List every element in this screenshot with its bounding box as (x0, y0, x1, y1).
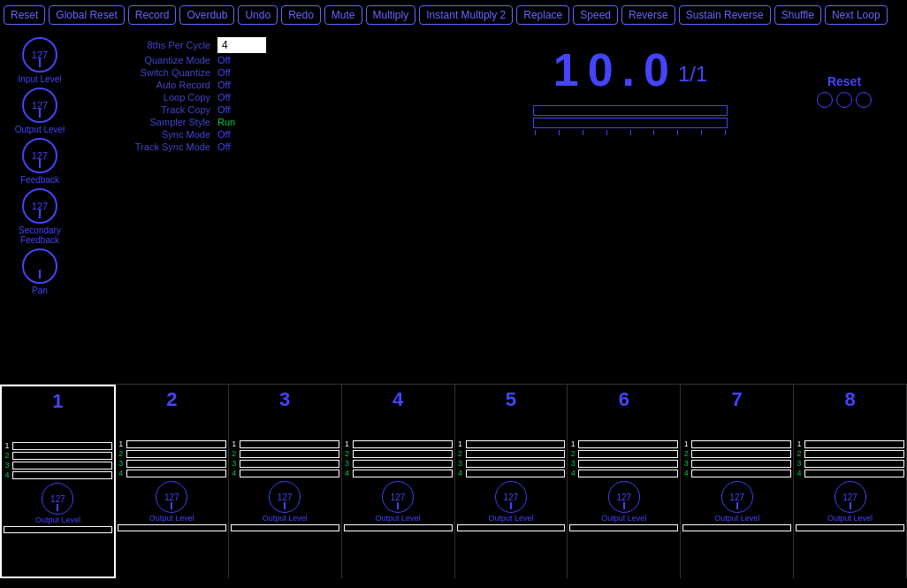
toolbar-btn-reverse[interactable]: Reverse (621, 5, 675, 25)
mini-num-6-3: 3 (569, 459, 576, 468)
track-mini-row-1-1: 1 (4, 441, 112, 450)
track-knob-area-8: 127Output Level (827, 481, 873, 523)
toolbar-btn-shuffle[interactable]: Shuffle (774, 5, 821, 25)
track-number-5: 5 (506, 388, 516, 411)
mini-num-8-3: 3 (796, 459, 803, 468)
mini-num-2-4: 4 (118, 469, 125, 477)
track-knob-1[interactable]: 127 (42, 483, 73, 515)
param-label-1: Quantize Mode (87, 55, 210, 65)
tick-3 (583, 130, 583, 135)
mini-num-6-1: 1 (569, 439, 576, 448)
mini-bar-1-1 (12, 442, 112, 450)
track-4[interactable]: 41234127Output Level (342, 385, 455, 578)
mini-bar-6-1 (578, 440, 678, 448)
knob-output-level[interactable]: 127 (22, 88, 57, 123)
track-2[interactable]: 21234127Output Level (116, 385, 229, 578)
track-knob-6[interactable]: 127 (608, 481, 640, 513)
knob-input-level[interactable]: 127 (22, 37, 57, 73)
mini-bar-1-3 (12, 462, 112, 470)
track-8[interactable]: 81234127Output Level (794, 385, 907, 578)
track-mini-row-2-3: 3 (118, 459, 226, 468)
mini-num-8-1: 1 (796, 439, 803, 448)
mini-bar-4-3 (353, 460, 453, 468)
track-bottom-bar-4 (344, 524, 453, 531)
toolbar-btn-mute[interactable]: Mute (324, 5, 362, 25)
counter-1: 1 (553, 47, 579, 93)
track-7[interactable]: 71234127Output Level (681, 385, 794, 578)
toolbar-btn-redo[interactable]: Redo (281, 5, 321, 25)
counter-display: 1 0 . 0 1/1 (553, 43, 708, 96)
knob-label-feedback: Feedback (20, 175, 59, 185)
left-panel: 127Input Level127Output Level127Feedback… (0, 30, 80, 384)
mini-bar-5-4 (466, 470, 566, 477)
track-knob-area-2: 127Output Level (149, 481, 194, 523)
mini-num-6-2: 2 (569, 449, 576, 458)
mini-bar-8-4 (804, 470, 904, 477)
mini-num-1-1: 1 (4, 441, 11, 450)
mini-num-3-1: 1 (231, 439, 238, 448)
tick-1 (535, 130, 536, 135)
knob-feedback[interactable]: 127 (22, 138, 57, 173)
toolbar-btn-record[interactable]: Record (128, 5, 177, 25)
track-mini-row-3-1: 1 (231, 439, 339, 448)
track-bottom-bar-6 (569, 524, 678, 531)
track-knob-label-5: Output Level (488, 514, 533, 523)
toolbar-btn-undo[interactable]: Undo (238, 5, 278, 25)
track-mini-row-6-1: 1 (569, 439, 678, 448)
track-bottom-bar-7 (682, 524, 791, 531)
param-row-6: Sampler StyleRun (87, 117, 347, 127)
param-input-0[interactable] (217, 37, 266, 53)
track-1[interactable]: 11234127Output Level (0, 385, 116, 578)
param-value-3: Off (217, 80, 230, 90)
mini-bar-7-4 (691, 470, 791, 477)
track-knob-area-6: 127Output Level (601, 481, 646, 523)
track-mini-row-5-2: 2 (457, 449, 566, 458)
toolbar-btn-reset[interactable]: Reset (4, 5, 45, 25)
knob-pan[interactable] (22, 248, 57, 284)
knob-secondary-feedback[interactable]: 127 (22, 188, 57, 224)
mini-num-7-2: 2 (682, 449, 690, 458)
mini-bar-6-4 (578, 470, 678, 477)
toolbar-btn-sustain-reverse[interactable]: Sustain Reverse (679, 5, 771, 25)
toolbar-btn-instant-multiply-2[interactable]: Instant Multiply 2 (419, 5, 513, 25)
track-knob-label-3: Output Level (263, 514, 308, 523)
mini-bar-2-2 (126, 450, 226, 458)
param-label-8: Track Sync Mode (87, 141, 210, 152)
knob-group-output-level: 127Output Level (15, 88, 65, 134)
track-knob-4[interactable]: 127 (382, 481, 414, 513)
mini-bar-4-4 (353, 470, 453, 477)
params-panel: 8ths Per CycleQuantize ModeOffSwitch Qua… (80, 30, 354, 384)
tick-6 (653, 130, 654, 135)
toolbar-btn-speed[interactable]: Speed (573, 5, 618, 25)
track-mini-row-4-4: 4 (344, 469, 453, 477)
mini-num-3-3: 3 (231, 459, 238, 468)
mini-num-8-4: 4 (796, 469, 803, 477)
track-mini-row-8-1: 1 (796, 439, 904, 448)
track-5[interactable]: 51234127Output Level (455, 385, 568, 578)
track-mini-row-5-3: 3 (457, 459, 566, 468)
display-panel: 1 0 . 0 1/1 (354, 30, 907, 384)
toolbar-btn-overdub[interactable]: Overdub (179, 5, 234, 25)
track-number-2: 2 (166, 388, 177, 411)
knob-group-feedback: 127Feedback (20, 138, 59, 185)
track-mini-row-2-1: 1 (118, 439, 226, 448)
track-3[interactable]: 31234127Output Level (229, 385, 342, 578)
track-knob-3[interactable]: 127 (269, 481, 301, 513)
track-knob-2[interactable]: 127 (156, 481, 187, 513)
toolbar-btn-next-loop[interactable]: Next Loop (825, 5, 888, 25)
track-number-1: 1 (52, 390, 63, 413)
param-row-4: Loop CopyOff (87, 92, 347, 103)
toolbar-btn-multiply[interactable]: Multiply (366, 5, 416, 25)
track-mini-rows-7: 1234 (682, 439, 791, 477)
track-bottom-bar-1 (4, 526, 112, 533)
track-6[interactable]: 61234127Output Level (568, 385, 681, 578)
track-mini-row-1-4: 4 (4, 470, 112, 479)
mini-bar-5-3 (466, 460, 566, 468)
reset-circle-1 (817, 92, 833, 108)
toolbar-btn-global-reset[interactable]: Global Reset (49, 5, 124, 25)
mini-num-4-3: 3 (344, 459, 351, 468)
track-knob-5[interactable]: 127 (495, 481, 527, 513)
track-knob-8[interactable]: 127 (835, 481, 866, 513)
toolbar-btn-replace[interactable]: Replace (516, 5, 569, 25)
track-knob-7[interactable]: 127 (721, 481, 753, 513)
